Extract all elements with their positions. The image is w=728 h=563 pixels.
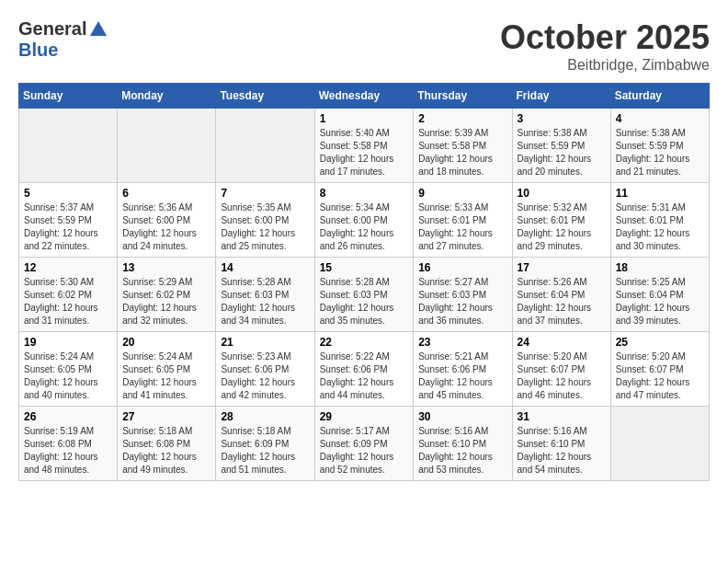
calendar-cell: 11Sunrise: 5:31 AM Sunset: 6:01 PM Dayli… — [610, 183, 709, 258]
location-title: Beitbridge, Zimbabwe — [500, 57, 710, 74]
weekday-friday: Friday — [512, 84, 610, 109]
day-info: Sunrise: 5:24 AM Sunset: 6:05 PM Dayligh… — [122, 350, 210, 402]
logo: General Blue — [18, 18, 108, 61]
weekday-thursday: Thursday — [414, 84, 512, 109]
day-number: 18 — [616, 261, 704, 274]
day-info: Sunrise: 5:21 AM Sunset: 6:06 PM Dayligh… — [418, 350, 506, 402]
day-info: Sunrise: 5:38 AM Sunset: 5:59 PM Dayligh… — [518, 127, 606, 178]
svg-marker-0 — [90, 21, 107, 36]
logo-icon — [88, 19, 108, 40]
day-number: 14 — [221, 261, 309, 274]
day-number: 10 — [518, 187, 606, 200]
day-info: Sunrise: 5:25 AM Sunset: 6:04 PM Dayligh… — [616, 276, 704, 327]
day-info: Sunrise: 5:34 AM Sunset: 6:00 PM Dayligh… — [320, 201, 409, 253]
page-header: General Blue October 2025 Beitbridge, Zi… — [18, 18, 710, 74]
day-number: 26 — [24, 410, 112, 423]
calendar-cell: 10Sunrise: 5:32 AM Sunset: 6:01 PM Dayli… — [512, 183, 610, 258]
calendar-table: SundayMondayTuesdayWednesdayThursdayFrid… — [18, 83, 710, 481]
calendar-week-4: 19Sunrise: 5:24 AM Sunset: 6:05 PM Dayli… — [19, 332, 710, 407]
calendar-week-5: 26Sunrise: 5:19 AM Sunset: 6:08 PM Dayli… — [19, 407, 710, 481]
calendar-cell: 24Sunrise: 5:20 AM Sunset: 6:07 PM Dayli… — [512, 332, 610, 407]
calendar-cell: 18Sunrise: 5:25 AM Sunset: 6:04 PM Dayli… — [610, 258, 709, 332]
day-info: Sunrise: 5:18 AM Sunset: 6:08 PM Dayligh… — [122, 425, 210, 477]
day-number: 5 — [24, 187, 112, 200]
calendar-cell: 14Sunrise: 5:28 AM Sunset: 6:03 PM Dayli… — [216, 258, 314, 332]
day-number: 23 — [418, 336, 506, 349]
day-number: 3 — [518, 112, 606, 125]
calendar-week-2: 5Sunrise: 5:37 AM Sunset: 5:59 PM Daylig… — [19, 183, 710, 258]
day-number: 4 — [616, 112, 704, 125]
day-number: 2 — [418, 112, 506, 125]
calendar-cell: 7Sunrise: 5:35 AM Sunset: 6:00 PM Daylig… — [216, 183, 314, 258]
day-info: Sunrise: 5:18 AM Sunset: 6:09 PM Dayligh… — [221, 425, 309, 477]
day-number: 17 — [518, 261, 606, 274]
weekday-wednesday: Wednesday — [314, 84, 414, 109]
calendar-cell — [118, 109, 216, 183]
weekday-sunday: Sunday — [19, 84, 118, 109]
day-info: Sunrise: 5:37 AM Sunset: 5:59 PM Dayligh… — [24, 201, 112, 253]
day-number: 20 — [122, 336, 210, 349]
calendar-cell: 2Sunrise: 5:39 AM Sunset: 5:58 PM Daylig… — [414, 109, 512, 183]
calendar-cell: 20Sunrise: 5:24 AM Sunset: 6:05 PM Dayli… — [118, 332, 216, 407]
logo-blue-text: Blue — [18, 40, 58, 60]
calendar-week-1: 1Sunrise: 5:40 AM Sunset: 5:58 PM Daylig… — [19, 109, 710, 183]
day-info: Sunrise: 5:30 AM Sunset: 6:02 PM Dayligh… — [24, 276, 112, 327]
calendar-cell: 27Sunrise: 5:18 AM Sunset: 6:08 PM Dayli… — [118, 407, 216, 481]
title-block: October 2025 Beitbridge, Zimbabwe — [500, 18, 710, 74]
day-info: Sunrise: 5:39 AM Sunset: 5:58 PM Dayligh… — [418, 127, 506, 178]
calendar-cell: 21Sunrise: 5:23 AM Sunset: 6:06 PM Dayli… — [216, 332, 314, 407]
calendar-cell: 9Sunrise: 5:33 AM Sunset: 6:01 PM Daylig… — [414, 183, 512, 258]
weekday-header-row: SundayMondayTuesdayWednesdayThursdayFrid… — [19, 84, 710, 109]
calendar-cell: 4Sunrise: 5:38 AM Sunset: 5:59 PM Daylig… — [610, 109, 709, 183]
day-number: 11 — [616, 187, 704, 200]
calendar-cell: 17Sunrise: 5:26 AM Sunset: 6:04 PM Dayli… — [512, 258, 610, 332]
day-info: Sunrise: 5:24 AM Sunset: 6:05 PM Dayligh… — [24, 350, 112, 402]
day-info: Sunrise: 5:40 AM Sunset: 5:58 PM Dayligh… — [320, 127, 409, 178]
day-number: 6 — [122, 187, 210, 200]
calendar-cell: 6Sunrise: 5:36 AM Sunset: 6:00 PM Daylig… — [118, 183, 216, 258]
day-number: 15 — [320, 261, 409, 274]
weekday-saturday: Saturday — [610, 84, 709, 109]
day-info: Sunrise: 5:28 AM Sunset: 6:03 PM Dayligh… — [320, 276, 409, 327]
day-info: Sunrise: 5:28 AM Sunset: 6:03 PM Dayligh… — [221, 276, 309, 327]
day-number: 28 — [221, 410, 309, 423]
day-number: 8 — [320, 187, 409, 200]
calendar-cell: 25Sunrise: 5:20 AM Sunset: 6:07 PM Dayli… — [610, 332, 709, 407]
month-title: October 2025 — [500, 18, 710, 57]
day-number: 16 — [418, 261, 506, 274]
calendar-cell: 1Sunrise: 5:40 AM Sunset: 5:58 PM Daylig… — [314, 109, 414, 183]
calendar-cell: 26Sunrise: 5:19 AM Sunset: 6:08 PM Dayli… — [19, 407, 118, 481]
calendar-cell: 30Sunrise: 5:16 AM Sunset: 6:10 PM Dayli… — [414, 407, 512, 481]
calendar-cell: 23Sunrise: 5:21 AM Sunset: 6:06 PM Dayli… — [414, 332, 512, 407]
day-number: 19 — [24, 336, 112, 349]
day-number: 27 — [122, 410, 210, 423]
day-info: Sunrise: 5:16 AM Sunset: 6:10 PM Dayligh… — [418, 425, 506, 477]
day-number: 24 — [518, 336, 606, 349]
calendar-body: 1Sunrise: 5:40 AM Sunset: 5:58 PM Daylig… — [19, 109, 710, 481]
calendar-cell: 8Sunrise: 5:34 AM Sunset: 6:00 PM Daylig… — [314, 183, 414, 258]
calendar-cell: 22Sunrise: 5:22 AM Sunset: 6:06 PM Dayli… — [314, 332, 414, 407]
day-info: Sunrise: 5:38 AM Sunset: 5:59 PM Dayligh… — [616, 127, 704, 178]
day-number: 29 — [320, 410, 409, 423]
day-info: Sunrise: 5:20 AM Sunset: 6:07 PM Dayligh… — [518, 350, 606, 402]
day-info: Sunrise: 5:16 AM Sunset: 6:10 PM Dayligh… — [518, 425, 606, 477]
day-info: Sunrise: 5:23 AM Sunset: 6:06 PM Dayligh… — [221, 350, 309, 402]
weekday-tuesday: Tuesday — [216, 84, 314, 109]
day-number: 30 — [418, 410, 506, 423]
calendar-week-3: 12Sunrise: 5:30 AM Sunset: 6:02 PM Dayli… — [19, 258, 710, 332]
day-number: 9 — [418, 187, 506, 200]
day-number: 7 — [221, 187, 309, 200]
weekday-monday: Monday — [118, 84, 216, 109]
day-info: Sunrise: 5:26 AM Sunset: 6:04 PM Dayligh… — [518, 276, 606, 327]
day-number: 31 — [518, 410, 606, 423]
calendar-cell: 16Sunrise: 5:27 AM Sunset: 6:03 PM Dayli… — [414, 258, 512, 332]
day-info: Sunrise: 5:27 AM Sunset: 6:03 PM Dayligh… — [418, 276, 506, 327]
day-info: Sunrise: 5:17 AM Sunset: 6:09 PM Dayligh… — [320, 425, 409, 477]
calendar-cell: 3Sunrise: 5:38 AM Sunset: 5:59 PM Daylig… — [512, 109, 610, 183]
calendar-cell: 12Sunrise: 5:30 AM Sunset: 6:02 PM Dayli… — [19, 258, 118, 332]
day-number: 13 — [122, 261, 210, 274]
day-info: Sunrise: 5:33 AM Sunset: 6:01 PM Dayligh… — [418, 201, 506, 253]
day-info: Sunrise: 5:36 AM Sunset: 6:00 PM Dayligh… — [122, 201, 210, 253]
day-number: 1 — [320, 112, 409, 125]
logo-general-text: General — [18, 18, 86, 40]
